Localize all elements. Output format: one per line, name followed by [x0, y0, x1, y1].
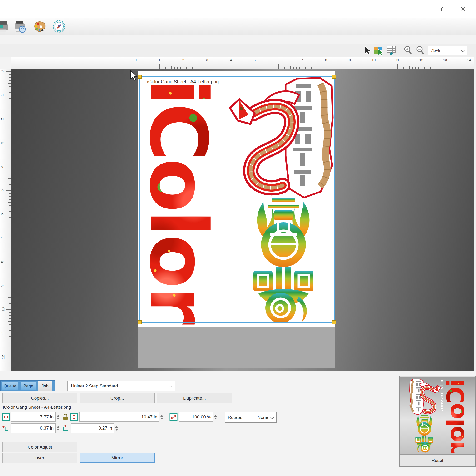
scale-icon [170, 413, 178, 421]
offset-x-field[interactable] [11, 424, 56, 433]
scale-stepper[interactable] [214, 412, 218, 422]
scale-field[interactable] [179, 412, 213, 422]
compass-icon[interactable] [52, 20, 66, 33]
print-bed [137, 326, 335, 368]
chevron-down-icon [270, 416, 274, 419]
preset-dropdown[interactable]: Uninet 2 Step Standard [67, 381, 175, 391]
grid-tool-icon[interactable] [386, 45, 397, 56]
offset-y-stepper[interactable] [115, 424, 119, 433]
canvas-workspace[interactable]: iColor Gang Sheet - A4-Letter.png iColor… [11, 69, 474, 371]
offset-y-icon [61, 424, 69, 432]
color-adjust-button[interactable]: Color Adjust [2, 442, 77, 452]
vertical-ruler: 0123456789101112 [0, 69, 11, 371]
reset-button[interactable]: Reset [400, 454, 475, 466]
page-filename-label: iColor Gang Sheet - A4-Letter.png [147, 79, 219, 85]
pointer-tool-icon[interactable] [362, 45, 373, 56]
title-bar [0, 0, 476, 18]
tab-page[interactable]: Page [21, 382, 36, 390]
toolbar-separator [30, 20, 30, 33]
main-toolbar [0, 18, 476, 35]
preview-thumbnail[interactable]: iColor in for success. [400, 376, 475, 455]
mouse-cursor [130, 70, 138, 81]
rotate-value: None [257, 415, 268, 420]
width-stepper[interactable] [56, 412, 60, 422]
selection-handle[interactable] [138, 75, 142, 79]
chevron-down-icon [168, 384, 172, 388]
mirror-button[interactable]: Mirror [80, 453, 155, 463]
zoom-in-tool-icon[interactable] [403, 45, 412, 56]
color-pick-tool-icon[interactable] [373, 45, 384, 56]
close-button[interactable] [458, 3, 468, 14]
zoom-out-tool-icon[interactable] [415, 45, 425, 56]
crop-button[interactable]: Crop... [80, 393, 155, 403]
scrollbar[interactable] [474, 57, 476, 371]
horizontal-ruler: 01234567891011121314 [11, 57, 474, 69]
zoom-level-value: 75% [431, 48, 440, 53]
copies-button[interactable]: Copies... [2, 393, 77, 403]
selection-handle[interactable] [138, 320, 142, 324]
height-field[interactable] [80, 412, 159, 422]
selection-handle[interactable] [332, 75, 336, 79]
snake-design [409, 379, 442, 416]
turtle-design [414, 414, 435, 453]
preview-panel: iColor in for success. Reset [399, 375, 476, 467]
icolor-strawberry-text: iColor [444, 379, 467, 453]
selection-handle[interactable] [332, 320, 336, 324]
view-toolbar: 75% [0, 44, 476, 57]
tab-job[interactable]: Job [38, 381, 52, 391]
minimize-button[interactable] [419, 3, 430, 14]
duplicate-button[interactable]: Duplicate... [157, 393, 232, 403]
toolbar-separator [69, 20, 69, 33]
preset-value: Uninet 2 Step Standard [71, 383, 118, 389]
gang-sheet-artwork[interactable]: iColor in for success. [408, 377, 468, 454]
job-filename: iColor Gang Sheet - A4-Letter.png [3, 405, 71, 410]
restore-button[interactable] [438, 3, 449, 14]
height-stepper[interactable] [160, 412, 164, 422]
width-icon [2, 413, 10, 421]
offset-x-icon [2, 424, 10, 432]
invert-button[interactable]: Invert [2, 453, 77, 463]
rotate-dropdown[interactable]: Rotate: None [225, 412, 276, 423]
tab-bar: Queue Page Job [0, 380, 55, 391]
toolbar-separator [11, 20, 11, 33]
job-panel: Queue Page Job Uninet 2 Step Standard Co… [0, 371, 476, 476]
chevron-down-icon [461, 49, 465, 52]
tab-queue[interactable]: Queue [2, 382, 18, 390]
toolbar-separator [50, 20, 50, 33]
rotate-label: Rotate: [225, 415, 242, 420]
color-palette-icon[interactable] [33, 20, 46, 33]
width-field[interactable] [11, 412, 56, 422]
print-setup-icon[interactable] [13, 20, 27, 33]
print-icon[interactable] [0, 20, 10, 33]
zoom-level-select[interactable]: 75% [428, 46, 467, 55]
offset-y-field[interactable] [71, 424, 114, 433]
offset-x-stepper[interactable] [56, 424, 60, 433]
height-icon [70, 413, 78, 421]
selection-box[interactable] [139, 76, 335, 323]
lock-icon[interactable] [61, 413, 69, 421]
